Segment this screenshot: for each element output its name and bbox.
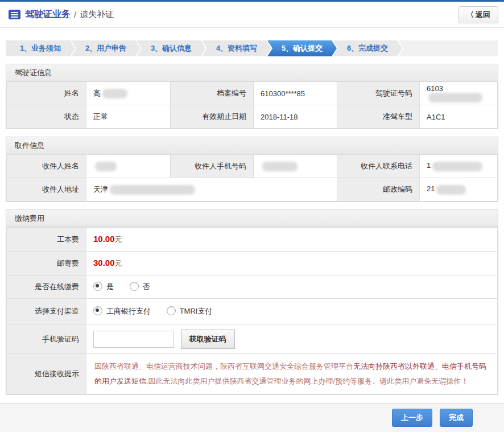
sms-tip-label: 短信接收提示: [7, 354, 86, 394]
breadcrumb-separator: /: [74, 10, 76, 19]
file-number-label: 档案编号: [171, 82, 254, 105]
status-label: 状态: [7, 105, 86, 129]
redaction-blur: [262, 162, 298, 171]
mail-fee-value: 30.00元: [86, 252, 498, 275]
footer-action-bar: 上一步 完成: [0, 403, 504, 432]
previous-step-button[interactable]: 上一步: [392, 409, 432, 427]
pickup-info-table: 收件人姓名 收件人手机号码 收件人联系电话 1 收件人地址 天津 邮政编码 21: [6, 154, 498, 201]
fees-section: 缴纳费用 工本费 10.00元 邮寄费 30.00元 是否在线缴费 是 否 选择…: [6, 209, 498, 395]
payment-channel-label: 选择支付渠道: [7, 299, 86, 324]
table-row: 短信接收提示 因陕西省联通、电信运营商技术问题，陕西省互联网交通安全综合服务管理…: [7, 354, 498, 394]
table-row: 选择支付渠道 工商银行支付 TMRI支付: [7, 299, 498, 324]
page-title-link[interactable]: 驾驶证业务: [25, 9, 71, 20]
sms-warning-text: 因陕西省联通、电信运营商技术问题，陕西省互联网交通安全综合服务管理平台无法向持陕…: [86, 354, 497, 394]
status-value: 正常: [86, 105, 171, 129]
work-fee-label: 工本费: [7, 228, 86, 252]
table-row: 状态 正常 有效期止日期 2018-11-18 准驾车型 A1C1: [7, 105, 498, 129]
table-row: 是否在线缴费 是 否: [7, 275, 498, 299]
redaction-blur: [436, 185, 466, 195]
postcode-value: 21: [420, 178, 498, 201]
step-bar-filler: [398, 40, 498, 56]
redaction-blur: [110, 185, 195, 195]
license-info-table: 姓名 高 档案编号 610300****85 驾驶证号码 6103 状态 正常 …: [6, 81, 498, 129]
table-row: 邮寄费 30.00元: [7, 252, 498, 275]
recipient-name-value: [86, 155, 171, 178]
table-row: 工本费 10.00元: [7, 228, 498, 252]
name-value: 高: [86, 82, 171, 105]
recipient-address-label: 收件人地址: [7, 178, 86, 201]
recipient-address-value: 天津: [86, 178, 337, 201]
captcha-label: 手机验证码: [7, 324, 86, 354]
license-number-value: 6103: [420, 82, 498, 105]
page-header: 驾驶证业务 / 遗失补证 〈返回: [0, 2, 504, 28]
step-tab-2[interactable]: 2、用户申告: [71, 40, 141, 56]
table-row: 姓名 高 档案编号 610300****85 驾驶证号码 6103: [7, 82, 498, 105]
finish-button[interactable]: 完成: [440, 409, 473, 427]
step-tab-6[interactable]: 6、完成提交: [333, 40, 402, 56]
back-button-label: 返回: [476, 10, 490, 19]
radio-online-no[interactable]: 否: [130, 282, 150, 292]
license-info-section: 驾驶证信息 姓名 高 档案编号 610300****85 驾驶证号码 6103 …: [6, 64, 498, 129]
step-tab-4[interactable]: 4、资料填写: [202, 40, 271, 56]
license-number-label: 驾驶证号码: [337, 82, 420, 105]
fees-table: 工本费 10.00元 邮寄费 30.00元 是否在线缴费 是 否 选择支付渠道 …: [6, 227, 498, 394]
recipient-name-label: 收件人姓名: [7, 155, 86, 178]
online-payment-label: 是否在线缴费: [7, 275, 86, 299]
payment-channel-options: 工商银行支付 TMRI支付: [86, 299, 498, 324]
recipient-phone-value: 1: [420, 155, 498, 178]
redaction-blur: [432, 162, 482, 171]
fees-section-title: 缴纳费用: [6, 210, 498, 227]
recipient-mobile-label: 收件人手机号码: [171, 155, 254, 178]
radio-checked-icon: [93, 282, 102, 291]
step-tab-5-active[interactable]: 5、确认提交: [267, 40, 337, 56]
online-payment-options: 是 否: [86, 275, 498, 299]
back-button[interactable]: 〈返回: [458, 6, 498, 23]
license-service-icon: [9, 10, 20, 19]
pickup-section-title: 取件信息: [6, 137, 498, 154]
table-row: 收件人地址 天津 邮政编码 21: [7, 178, 498, 201]
name-label: 姓名: [7, 82, 86, 105]
radio-online-yes[interactable]: 是: [93, 282, 114, 292]
expiry-label: 有效期止日期: [171, 105, 254, 129]
get-captcha-button[interactable]: 获取验证码: [181, 330, 235, 349]
captcha-cell: 获取验证码: [86, 324, 498, 354]
recipient-mobile-value: [254, 155, 337, 178]
vehicle-type-label: 准驾车型: [337, 105, 420, 129]
radio-unchecked-icon: [130, 282, 139, 291]
breadcrumb-current: 遗失补证: [80, 9, 114, 20]
table-row: 收件人姓名 收件人手机号码 收件人联系电话 1: [7, 155, 498, 178]
step-tab-1[interactable]: 1、业务须知: [6, 40, 75, 56]
expiry-value: 2018-11-18: [254, 105, 337, 129]
radio-unchecked-icon: [167, 306, 176, 315]
file-number-value: 610300****85: [254, 82, 337, 105]
step-tab-3[interactable]: 3、确认信息: [137, 40, 206, 56]
captcha-input[interactable]: [93, 331, 174, 348]
vehicle-type-value: A1C1: [420, 105, 498, 129]
work-fee-value: 10.00元: [86, 228, 498, 252]
redaction-blur: [95, 162, 117, 171]
pickup-info-section: 取件信息 收件人姓名 收件人手机号码 收件人联系电话 1 收件人地址 天津 邮政…: [6, 137, 498, 202]
step-progress-bar: 1、业务须知 2、用户申告 3、确认信息 4、资料填写 5、确认提交 6、完成提…: [6, 40, 498, 56]
redaction-blur: [428, 93, 482, 102]
redaction-blur: [102, 89, 127, 98]
radio-channel-tmri[interactable]: TMRI支付: [167, 306, 213, 316]
license-section-title: 驾驶证信息: [6, 64, 498, 81]
mail-fee-label: 邮寄费: [7, 252, 86, 275]
table-row: 手机验证码 获取验证码: [7, 324, 498, 354]
sms-tip-value: 因陕西省联通、电信运营商技术问题，陕西省互联网交通安全综合服务管理平台无法向持陕…: [86, 354, 498, 394]
recipient-phone-label: 收件人联系电话: [337, 155, 420, 178]
radio-channel-icbc[interactable]: 工商银行支付: [93, 306, 151, 316]
chevron-left-icon: 〈: [466, 10, 474, 19]
radio-checked-icon: [93, 306, 102, 315]
postcode-label: 邮政编码: [337, 178, 420, 201]
